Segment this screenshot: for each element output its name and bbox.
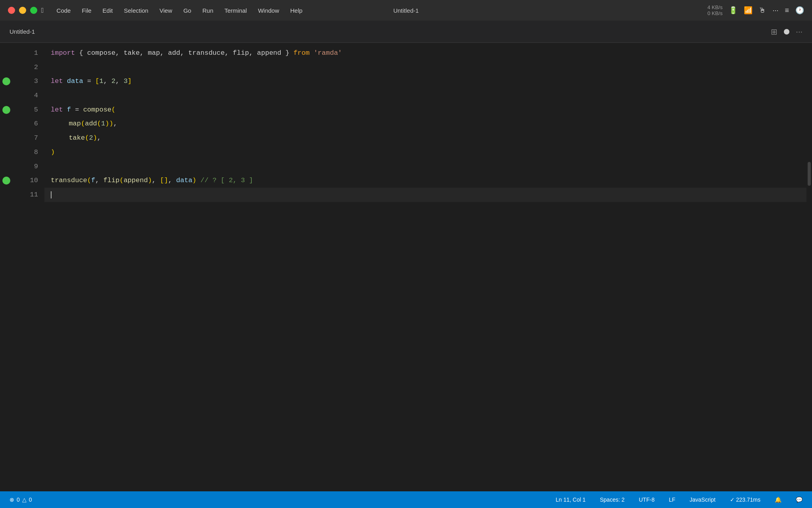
finder-icon: 🖱 xyxy=(759,6,766,15)
code-line-6: map ( add ( 1 )) , xyxy=(44,117,806,131)
breakpoint-5[interactable] xyxy=(2,106,10,114)
code-line-1: import { compose, take, map, add, transd… xyxy=(44,46,806,60)
apple-logo-icon:  xyxy=(41,6,44,15)
wifi-icon: 📶 xyxy=(744,6,753,15)
title-bar:  Code File Edit Selection View Go Run T… xyxy=(0,0,812,21)
fn-append: append xyxy=(124,173,148,188)
menu-code[interactable]: Code xyxy=(52,6,76,15)
code-line-11 xyxy=(44,188,806,202)
menu-help[interactable]: Help xyxy=(285,6,307,15)
text-cursor xyxy=(51,191,52,198)
num-5: 2 xyxy=(89,131,93,145)
menu-run[interactable]: Run xyxy=(197,6,218,15)
gutter-line-5 xyxy=(0,103,13,117)
fn-add: add xyxy=(85,117,97,131)
menu-go[interactable]: Go xyxy=(178,6,196,15)
line-num-6: 6 xyxy=(13,117,38,131)
breakpoint-10[interactable] xyxy=(2,177,10,185)
maximize-button[interactable] xyxy=(30,7,37,14)
line-num-3: 3 xyxy=(13,74,38,89)
fn-transduce: transduce xyxy=(51,173,87,188)
line-num-4: 4 xyxy=(13,89,38,103)
warning-count: 0 xyxy=(29,496,32,503)
menu-selection[interactable]: Selection xyxy=(119,6,153,15)
code-line-4 xyxy=(44,89,806,103)
scrollbar-thumb[interactable] xyxy=(808,162,811,186)
active-tab[interactable]: Untitled-1 xyxy=(10,28,35,35)
fn-take: take xyxy=(69,131,85,145)
language-status[interactable]: JavaScript xyxy=(686,495,718,504)
code-line-5: let f = compose ( xyxy=(44,103,806,117)
errors-status[interactable]: ⊗ 0 △ 0 xyxy=(6,495,35,504)
gutter-line-8 xyxy=(0,145,13,160)
line-ending-status[interactable]: LF xyxy=(666,495,678,504)
close-button[interactable] xyxy=(8,7,15,14)
vertical-scrollbar[interactable] xyxy=(806,43,812,491)
timing-status[interactable]: ✓ 223.71ms xyxy=(727,495,764,504)
fn-compose: compose xyxy=(83,103,111,117)
gutter-line-1 xyxy=(0,46,13,60)
notification-icon[interactable]: 🔔 xyxy=(772,495,785,504)
menu-file[interactable]: File xyxy=(77,6,96,15)
gutter-line-6 xyxy=(0,117,13,131)
code-line-3: let data = [ 1 , 2 , 3 ] xyxy=(44,74,806,89)
error-icon: ⊗ xyxy=(10,496,14,503)
line-num-9: 9 xyxy=(13,160,38,174)
line-numbers: 1 2 3 4 5 6 7 8 9 10 11 xyxy=(13,43,44,491)
fn-flip: flip xyxy=(103,173,120,188)
keyword-let-2: let xyxy=(51,103,63,117)
bracket-close-1: ] xyxy=(128,74,132,89)
line-col-status[interactable]: Ln 11, Col 1 xyxy=(552,495,589,504)
encoding-status[interactable]: UTF-8 xyxy=(636,495,658,504)
menu-bar: Code File Edit Selection View Go Run Ter… xyxy=(52,6,307,15)
minimize-button[interactable] xyxy=(19,7,26,14)
title-bar-right: 4 KB/s0 KB/s 🔋 📶 🖱 ··· ≡ 🕐 xyxy=(707,4,804,16)
code-line-7: take ( 2 ) , xyxy=(44,131,806,145)
more-actions-button[interactable]: ··· xyxy=(796,27,802,36)
breakpoint-gutter xyxy=(0,43,13,491)
var-data-ref: data xyxy=(176,173,192,188)
paren-close-1: ) xyxy=(51,145,55,160)
gutter-line-10 xyxy=(0,173,13,188)
breakpoint-3[interactable] xyxy=(2,77,10,85)
menu-window[interactable]: Window xyxy=(253,6,284,15)
var-data: data xyxy=(67,74,83,89)
title-bar-left:  Code File Edit Selection View Go Run T… xyxy=(8,6,307,15)
error-count: 0 xyxy=(17,496,20,503)
bracket-open-1: [ xyxy=(95,74,99,89)
keyword-from: from xyxy=(293,46,310,60)
status-left: ⊗ 0 △ 0 xyxy=(6,495,35,504)
clock-icon: 🕐 xyxy=(795,6,804,15)
split-editor-button[interactable]: ⊞ xyxy=(771,27,778,37)
gutter-line-9 xyxy=(0,160,13,174)
gutter-line-4 xyxy=(0,89,13,103)
menu-terminal[interactable]: Terminal xyxy=(220,6,252,15)
line-num-10: 10 xyxy=(13,173,38,188)
feedback-icon[interactable]: 💬 xyxy=(793,495,806,504)
status-right: Ln 11, Col 1 Spaces: 2 UTF-8 LF JavaScri… xyxy=(552,495,806,504)
num-1: 1 xyxy=(99,74,103,89)
battery-icon: 🔋 xyxy=(729,6,737,15)
code-editor[interactable]: import { compose, take, map, add, transd… xyxy=(44,43,806,491)
menu-view[interactable]: View xyxy=(155,6,177,15)
line-num-8: 8 xyxy=(13,145,38,160)
keyword-import: import xyxy=(51,46,75,60)
line-num-7: 7 xyxy=(13,131,38,145)
network-status: 4 KB/s0 KB/s xyxy=(707,4,722,16)
gutter-line-2 xyxy=(0,60,13,75)
menu-edit[interactable]: Edit xyxy=(98,6,118,15)
fn-map: map xyxy=(69,117,81,131)
line-num-2: 2 xyxy=(13,60,38,75)
spaces-status[interactable]: Spaces: 2 xyxy=(597,495,628,504)
var-f: f xyxy=(67,103,71,117)
line-num-11: 11 xyxy=(13,188,38,202)
line-num-1: 1 xyxy=(13,46,38,60)
more-icon: ··· xyxy=(772,6,778,15)
num-2: 2 xyxy=(111,74,115,89)
editor-container: 1 2 3 4 5 6 7 8 9 10 11 import { compose… xyxy=(0,43,812,491)
comment-1: // ? [ 2, 3 ] xyxy=(201,173,253,188)
gutter-line-11 xyxy=(0,188,13,202)
num-4: 1 xyxy=(101,117,105,131)
var-f-ref: f xyxy=(91,173,95,188)
window-title: Untitled-1 xyxy=(393,7,419,14)
